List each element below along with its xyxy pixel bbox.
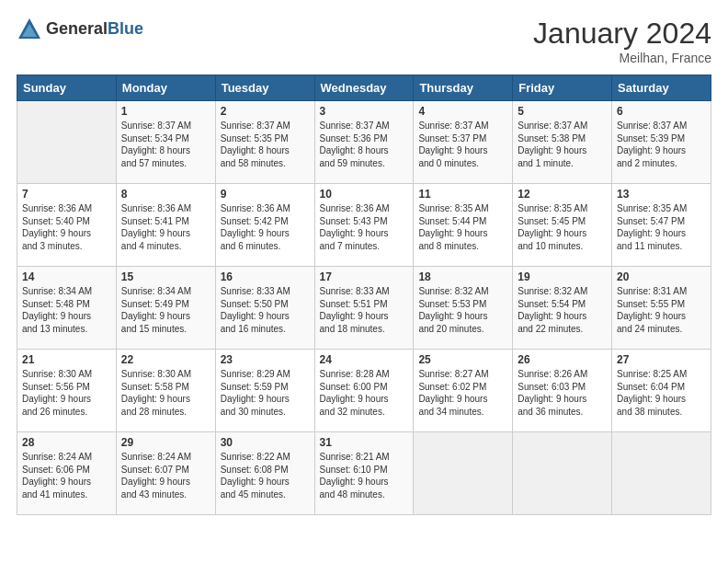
day-number: 20: [617, 270, 706, 283]
day-number: 19: [518, 270, 607, 283]
header-wednesday: Wednesday: [314, 75, 414, 101]
table-row: 17Sunrise: 8:33 AMSunset: 5:51 PMDayligh…: [314, 267, 414, 350]
day-number: 21: [22, 353, 111, 366]
table-row: 30Sunrise: 8:22 AMSunset: 6:08 PMDayligh…: [215, 432, 314, 515]
table-row: 13Sunrise: 8:35 AMSunset: 5:47 PMDayligh…: [612, 184, 711, 267]
table-row: 8Sunrise: 8:36 AMSunset: 5:41 PMDaylight…: [116, 184, 215, 267]
day-info: Sunrise: 8:37 AMSunset: 5:34 PMDaylight:…: [121, 120, 210, 169]
day-number: 12: [518, 188, 607, 201]
table-row: [414, 432, 513, 515]
day-number: 17: [320, 270, 409, 283]
day-number: 2: [221, 105, 310, 118]
day-number: 13: [617, 188, 706, 201]
day-info: Sunrise: 8:33 AMSunset: 5:50 PMDaylight:…: [221, 285, 310, 335]
day-info: Sunrise: 8:27 AMSunset: 6:02 PMDaylight:…: [418, 368, 507, 418]
header-saturday: Saturday: [612, 75, 711, 101]
day-number: 10: [320, 188, 409, 201]
table-row: 2Sunrise: 8:37 AMSunset: 5:35 PMDaylight…: [215, 101, 314, 184]
day-info: Sunrise: 8:24 AMSunset: 6:07 PMDaylight:…: [121, 451, 210, 500]
day-info: Sunrise: 8:31 AMSunset: 5:55 PMDaylight:…: [617, 285, 706, 335]
logo: GeneralBlue: [17, 17, 143, 42]
table-row: 4Sunrise: 8:37 AMSunset: 5:37 PMDaylight…: [414, 101, 513, 184]
day-info: Sunrise: 8:29 AMSunset: 5:59 PMDaylight:…: [221, 368, 310, 418]
header-monday: Monday: [116, 75, 215, 101]
logo-text: GeneralBlue: [46, 20, 143, 39]
day-info: Sunrise: 8:28 AMSunset: 6:00 PMDaylight:…: [320, 368, 409, 418]
calendar-week-row: 14Sunrise: 8:34 AMSunset: 5:48 PMDayligh…: [17, 267, 711, 350]
day-info: Sunrise: 8:34 AMSunset: 5:48 PMDaylight:…: [22, 285, 111, 335]
day-info: Sunrise: 8:30 AMSunset: 5:58 PMDaylight:…: [121, 368, 210, 418]
day-info: Sunrise: 8:26 AMSunset: 6:03 PMDaylight:…: [518, 368, 607, 418]
table-row: 16Sunrise: 8:33 AMSunset: 5:50 PMDayligh…: [215, 267, 314, 350]
table-row: 25Sunrise: 8:27 AMSunset: 6:02 PMDayligh…: [414, 350, 513, 432]
day-number: 15: [121, 270, 210, 283]
logo-blue-text: Blue: [108, 19, 143, 38]
month-title: January 2024: [533, 17, 711, 51]
table-row: 27Sunrise: 8:25 AMSunset: 6:04 PMDayligh…: [612, 350, 711, 432]
day-info: Sunrise: 8:37 AMSunset: 5:39 PMDaylight:…: [617, 120, 706, 169]
day-info: Sunrise: 8:36 AMSunset: 5:41 PMDaylight:…: [121, 202, 210, 252]
table-row: 10Sunrise: 8:36 AMSunset: 5:43 PMDayligh…: [314, 184, 414, 267]
table-row: 26Sunrise: 8:26 AMSunset: 6:03 PMDayligh…: [513, 350, 612, 432]
day-number: 7: [22, 188, 111, 201]
day-info: Sunrise: 8:37 AMSunset: 5:37 PMDaylight:…: [418, 120, 507, 169]
day-number: 26: [518, 353, 607, 366]
table-row: 18Sunrise: 8:32 AMSunset: 5:53 PMDayligh…: [414, 267, 513, 350]
table-row: 21Sunrise: 8:30 AMSunset: 5:56 PMDayligh…: [17, 350, 117, 432]
day-info: Sunrise: 8:22 AMSunset: 6:08 PMDaylight:…: [221, 451, 310, 500]
day-info: Sunrise: 8:35 AMSunset: 5:47 PMDaylight:…: [617, 202, 706, 252]
day-number: 30: [221, 436, 310, 449]
table-row: [612, 432, 711, 515]
table-row: 5Sunrise: 8:37 AMSunset: 5:38 PMDaylight…: [513, 101, 612, 184]
table-row: [513, 432, 612, 515]
table-row: 11Sunrise: 8:35 AMSunset: 5:44 PMDayligh…: [414, 184, 513, 267]
day-info: Sunrise: 8:32 AMSunset: 5:54 PMDaylight:…: [518, 285, 607, 335]
table-row: 14Sunrise: 8:34 AMSunset: 5:48 PMDayligh…: [17, 267, 117, 350]
day-number: 25: [418, 353, 507, 366]
day-number: 24: [320, 353, 409, 366]
day-info: Sunrise: 8:36 AMSunset: 5:42 PMDaylight:…: [221, 202, 310, 252]
logo-icon: [17, 17, 42, 42]
day-info: Sunrise: 8:25 AMSunset: 6:04 PMDaylight:…: [617, 368, 706, 418]
table-row: 28Sunrise: 8:24 AMSunset: 6:06 PMDayligh…: [17, 432, 117, 515]
title-section: January 2024 Meilhan, France: [533, 17, 711, 65]
table-row: 22Sunrise: 8:30 AMSunset: 5:58 PMDayligh…: [116, 350, 215, 432]
day-info: Sunrise: 8:36 AMSunset: 5:40 PMDaylight:…: [22, 202, 111, 252]
header-sunday: Sunday: [17, 75, 117, 101]
calendar-week-row: 1Sunrise: 8:37 AMSunset: 5:34 PMDaylight…: [17, 101, 711, 184]
table-row: 31Sunrise: 8:21 AMSunset: 6:10 PMDayligh…: [314, 432, 414, 515]
day-number: 4: [418, 105, 507, 118]
day-info: Sunrise: 8:32 AMSunset: 5:53 PMDaylight:…: [418, 285, 507, 335]
header-row: Sunday Monday Tuesday Wednesday Thursday…: [17, 75, 711, 101]
calendar-table: Sunday Monday Tuesday Wednesday Thursday…: [17, 75, 711, 515]
day-number: 3: [320, 105, 409, 118]
day-info: Sunrise: 8:21 AMSunset: 6:10 PMDaylight:…: [320, 451, 409, 500]
day-number: 16: [221, 270, 310, 283]
header: GeneralBlue January 2024 Meilhan, France: [17, 17, 711, 65]
day-number: 11: [418, 188, 507, 201]
table-row: 9Sunrise: 8:36 AMSunset: 5:42 PMDaylight…: [215, 184, 314, 267]
calendar-week-row: 28Sunrise: 8:24 AMSunset: 6:06 PMDayligh…: [17, 432, 711, 515]
table-row: [17, 101, 117, 184]
calendar-week-row: 21Sunrise: 8:30 AMSunset: 5:56 PMDayligh…: [17, 350, 711, 432]
table-row: 7Sunrise: 8:36 AMSunset: 5:40 PMDaylight…: [17, 184, 117, 267]
day-info: Sunrise: 8:30 AMSunset: 5:56 PMDaylight:…: [22, 368, 111, 418]
table-row: 15Sunrise: 8:34 AMSunset: 5:49 PMDayligh…: [116, 267, 215, 350]
header-tuesday: Tuesday: [215, 75, 314, 101]
logo-general-text: General: [46, 19, 108, 38]
day-number: 22: [121, 353, 210, 366]
day-number: 28: [22, 436, 111, 449]
day-number: 5: [518, 105, 607, 118]
day-number: 6: [617, 105, 706, 118]
day-number: 9: [221, 188, 310, 201]
day-info: Sunrise: 8:37 AMSunset: 5:38 PMDaylight:…: [518, 120, 607, 169]
day-number: 1: [121, 105, 210, 118]
table-row: 29Sunrise: 8:24 AMSunset: 6:07 PMDayligh…: [116, 432, 215, 515]
table-row: 24Sunrise: 8:28 AMSunset: 6:00 PMDayligh…: [314, 350, 414, 432]
day-number: 29: [121, 436, 210, 449]
day-number: 18: [418, 270, 507, 283]
day-info: Sunrise: 8:24 AMSunset: 6:06 PMDaylight:…: [22, 451, 111, 500]
day-info: Sunrise: 8:33 AMSunset: 5:51 PMDaylight:…: [320, 285, 409, 335]
day-number: 27: [617, 353, 706, 366]
day-info: Sunrise: 8:34 AMSunset: 5:49 PMDaylight:…: [121, 285, 210, 335]
